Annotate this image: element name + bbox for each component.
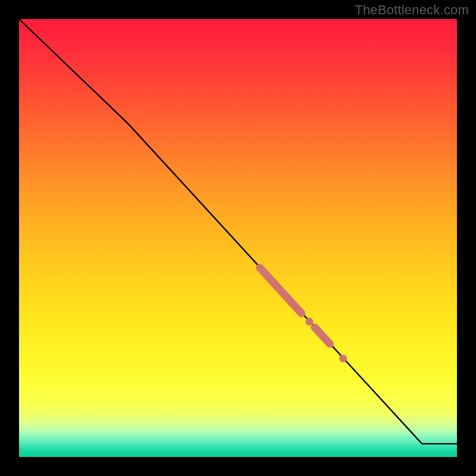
marker-dot [339, 355, 347, 362]
marker-segment [260, 268, 302, 314]
plot-area [19, 19, 457, 457]
chart-stage: TheBottleneck.com [0, 0, 476, 476]
chart-svg [19, 19, 457, 457]
curve-line [19, 19, 457, 444]
marker-segment [315, 327, 330, 344]
marker-dot [305, 318, 313, 325]
watermark-text: TheBottleneck.com [355, 2, 469, 18]
curve-path [19, 19, 457, 444]
